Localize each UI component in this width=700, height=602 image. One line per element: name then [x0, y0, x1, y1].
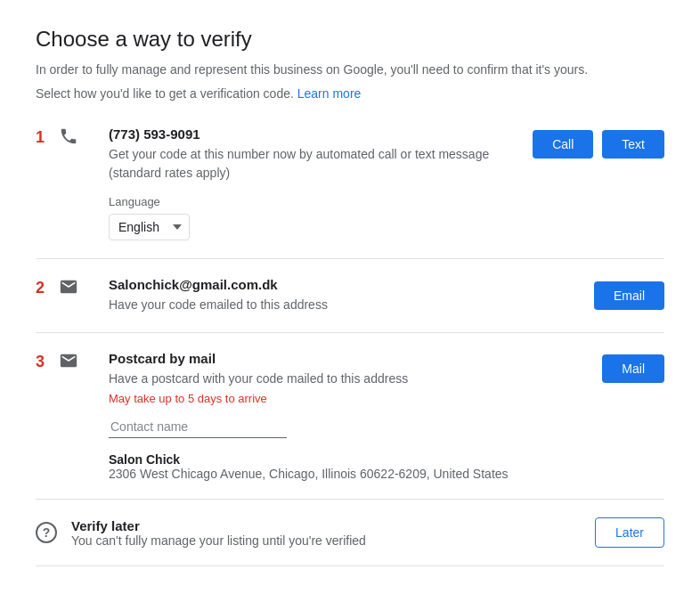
option1-phone: (773) 593-9091 — [109, 126, 533, 142]
option2-content: Salonchick@gmail.com.dk Have your code e… — [109, 277, 664, 314]
option3-warning: May take up to 5 days to arrive — [109, 392, 509, 405]
text-button[interactable]: Text — [602, 130, 664, 159]
mail-button[interactable]: Mail — [602, 354, 664, 383]
call-button[interactable]: Call — [533, 130, 593, 159]
option2-description: Have your code emailed to this address — [109, 296, 328, 314]
option3-title: Postcard by mail — [109, 351, 509, 366]
business-address: 2306 West Chicago Avenue, Chicago, Illin… — [109, 467, 509, 481]
select-prompt: Select how you'd like to get a verificat… — [36, 86, 294, 101]
language-select-container: English Spanish French — [109, 214, 533, 240]
language-dropdown[interactable]: English Spanish French — [109, 214, 190, 240]
phone-icon — [59, 126, 80, 152]
option1-description: Get your code at this number now by auto… — [109, 145, 533, 183]
verify-later-content: Verify later You can't fully manage your… — [71, 518, 581, 548]
option2-email: Salonchick@gmail.com.dk — [109, 277, 328, 292]
option3-content: Postcard by mail Have a postcard with yo… — [109, 351, 664, 481]
page-subtitle: In order to fully manage and represent t… — [36, 61, 664, 79]
email-button[interactable]: Email — [594, 281, 664, 310]
option1-content: (773) 593-9091 Get your code at this num… — [109, 126, 664, 240]
learn-more-link[interactable]: Learn more — [297, 86, 362, 101]
email-icon — [59, 277, 80, 303]
later-button[interactable]: Later — [595, 517, 664, 548]
phone-action-buttons: Call Text — [533, 130, 664, 159]
verify-later-description: You can't fully manage your listing unti… — [71, 533, 581, 548]
page-title: Choose a way to verify — [36, 27, 664, 52]
business-name: Salon Chick — [109, 452, 509, 467]
verify-later-title: Verify later — [71, 518, 581, 533]
option1-number: 1 — [36, 126, 52, 149]
verification-option-phone: 1 (773) 593-9091 Get your code at this n… — [36, 109, 664, 259]
verification-option-mail: 3 Postcard by mail Have a postcard with … — [36, 333, 664, 500]
option3-description: Have a postcard with your code mailed to… — [109, 370, 509, 388]
option2-number: 2 — [36, 277, 52, 299]
contact-name-input[interactable] — [109, 416, 287, 438]
question-icon: ? — [36, 522, 57, 543]
address-block: Salon Chick 2306 West Chicago Avenue, Ch… — [109, 452, 509, 481]
language-label: Language — [109, 195, 533, 208]
mail-icon — [59, 351, 80, 377]
option3-number: 3 — [36, 351, 52, 373]
verify-later-section: ? Verify later You can't fully manage yo… — [36, 500, 664, 566]
verification-option-email: 2 Salonchick@gmail.com.dk Have your code… — [36, 259, 664, 333]
